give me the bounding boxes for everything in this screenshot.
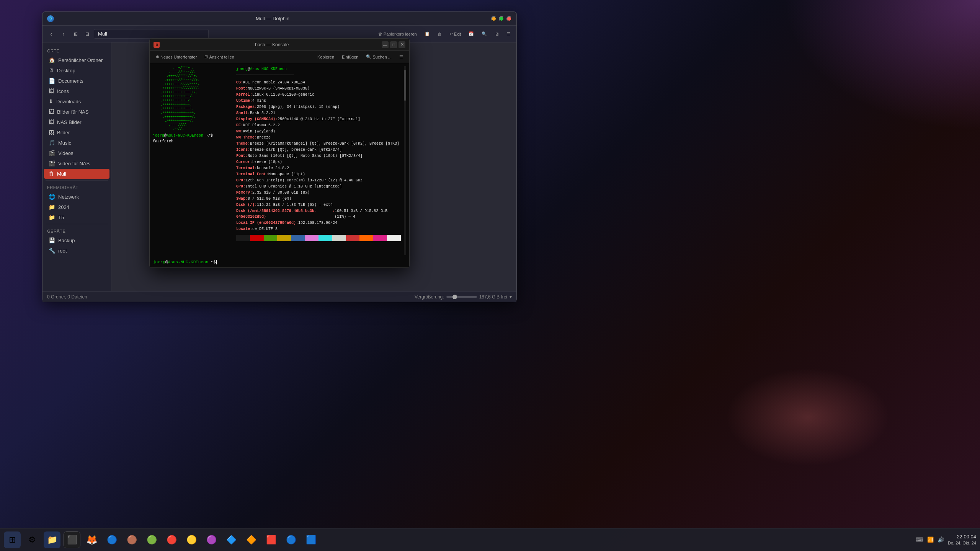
search-button[interactable]: 🔍 <box>479 30 490 38</box>
info-swap: Swap: 0 / 512.00 MiB (0%) <box>236 196 401 202</box>
copy-button-konsole[interactable]: Kopieren <box>314 54 337 60</box>
swatch-9 <box>359 235 373 241</box>
sidebar-item-t5[interactable]: 📁 T5 <box>44 212 109 222</box>
swatch-3 <box>277 235 291 241</box>
sidebar-item-downloads[interactable]: ⬇ Downloads <box>44 96 109 106</box>
taskbar-app-12[interactable]: 🟦 <box>302 531 319 548</box>
back-button[interactable]: ‹ <box>46 28 57 40</box>
maximize-button[interactable]: □ <box>499 16 504 21</box>
copy-button[interactable]: 📋 <box>421 30 433 38</box>
neofetch-logo-area: .--+/***+-. .----//****//. .++++//****//… <box>153 66 233 255</box>
swatch-4 <box>291 235 305 241</box>
terminal-prompt-2[interactable]: joerg@Asus-NUC-KDEneon ~$ <box>150 258 409 267</box>
terminal-separator: ──────────────────────────── <box>236 73 401 78</box>
konsole-close[interactable]: ✕ <box>399 41 405 48</box>
cursor-block <box>216 260 217 264</box>
swatch-8 <box>346 235 360 241</box>
dolphin-statusbar: 0 Ordner, 0 Dateien Vergrößerung: 187,6 … <box>42 291 516 302</box>
root-icon: 🔧 <box>49 248 55 254</box>
terminal-scrollbar[interactable] <box>404 66 406 255</box>
sidebar-item-desktop[interactable]: 🖥 Desktop <box>44 65 109 75</box>
system-tray-volume[interactable]: 🔊 <box>938 536 944 543</box>
exit-button[interactable]: ↩ Exit <box>446 30 464 38</box>
konsole-minimize[interactable]: — <box>382 41 389 48</box>
split-view-button[interactable]: ⊟ <box>82 30 92 38</box>
taskbar-app-3[interactable]: 🟤 <box>123 531 140 548</box>
terminal-content[interactable]: .--+/***+-. .----//****//. .++++//****//… <box>150 63 409 258</box>
konsole-body: .--+/***+-. .----//****//. .++++//****//… <box>150 63 409 258</box>
info-uptime: Uptime: 4 mins <box>236 98 401 104</box>
delete-button[interactable]: 🗑 <box>434 30 445 38</box>
system-tray-network[interactable]: 📶 <box>927 536 934 543</box>
taskbar: ⊞ ⚙ 📁 ⬛ 🦊 🔵 🟤 🟢 🔴 🟡 🟣 🔷 🔶 🟥 🔵 🟦 ⌨ 📶 🔊 22… <box>0 528 980 551</box>
sidebar-item-documents[interactable]: 📄 Documents <box>44 76 109 86</box>
sidebar-item-bilder-nas[interactable]: 🖼 Bilder für NAS <box>44 107 109 117</box>
paste-button[interactable]: Einfügen <box>339 54 361 60</box>
sidebar-item-netzwerk[interactable]: 🌐 Netzwerk <box>44 192 109 202</box>
taskbar-app-11[interactable]: 🔵 <box>283 531 299 548</box>
info-wm-theme: WM Theme: Breeze <box>236 135 401 140</box>
taskbar-right: ⌨ 📶 🔊 22:00:04 Do, 24. Okt. 24 <box>916 533 976 546</box>
taskbar-dolphin[interactable]: 📁 <box>44 531 60 548</box>
videos-icon: 🎬 <box>49 150 55 156</box>
info-packages: Packages: 2500 (dpkg), 34 (flatpak), 15 … <box>236 104 401 110</box>
info-icons: Icons: breeze-dark [Qt], breeze-dark [GT… <box>236 147 401 153</box>
sidebar-item-music[interactable]: 🎵 Music <box>44 138 109 148</box>
sidebar-item-bilder[interactable]: 🖼 Bilder <box>44 127 109 137</box>
konsole-toolbar: ⊕ Neues Unterfenster ⊞ Ansicht teilen Ko… <box>150 51 409 63</box>
minimize-button[interactable]: — <box>491 16 497 21</box>
zoom-dropdown-icon[interactable]: ▾ <box>510 294 512 300</box>
new-tab-button[interactable]: ⊕ Neues Unterfenster <box>153 53 200 60</box>
sidebar-item-icons[interactable]: 🖼 Icons <box>44 86 109 96</box>
menu-button[interactable]: ☰ <box>503 30 513 38</box>
sidebar-item-personal[interactable]: 🏠 Persönlicher Ordner <box>44 55 109 65</box>
dolphin-titlebar: 🐬 Müll — Dolphin — □ ✕ <box>42 12 516 26</box>
location-bar[interactable]: Müll <box>94 29 209 39</box>
downloads-icon: ⬇ <box>49 98 53 104</box>
nav-buttons: ‹ › <box>46 28 69 40</box>
taskbar-app-10[interactable]: 🟥 <box>263 531 279 548</box>
icon-view-button[interactable]: ⊞ <box>71 30 81 38</box>
taskbar-app-firefox[interactable]: 🦊 <box>83 531 100 548</box>
terminal-prompt-1: joerg@Asus-NUC-KDEneon ~/$ fastfetch <box>153 133 233 145</box>
taskbar-app-8[interactable]: 🔷 <box>223 531 240 548</box>
sidebar-item-mull[interactable]: 🗑 Müll <box>44 169 109 179</box>
zoom-slider[interactable] <box>446 296 477 298</box>
taskbar-app-7[interactable]: 🟣 <box>203 531 220 548</box>
prompt-symbol: ~$ <box>211 260 216 264</box>
sidebar-item-videos[interactable]: 🎬 Videos <box>44 148 109 158</box>
forward-button[interactable]: › <box>58 28 69 40</box>
titlebar-left: 🐬 <box>47 15 54 22</box>
info-memory: Memory: 2.32 GiB / 30.08 GiB (8%) <box>236 190 401 196</box>
info-shell: Shell: Bash 5.2.21 <box>236 110 401 116</box>
split-view-button[interactable]: ⊞ Ansicht teilen <box>201 53 237 60</box>
screen-button[interactable]: 🖥 <box>492 30 502 38</box>
search-button-konsole[interactable]: 🔍 Suchen ... <box>363 53 395 60</box>
system-tray-keyboard[interactable]: ⌨ <box>916 536 923 543</box>
taskbar-clock[interactable]: 22:00:04 Do, 24. Okt. 24 <box>948 533 976 546</box>
info-font: Font: Noto Sans (10pt) [Qt], Noto Sans (… <box>236 153 401 159</box>
taskbar-app-launcher[interactable]: ⊞ <box>4 531 21 548</box>
sidebar-item-root[interactable]: 🔧 root <box>44 246 109 256</box>
taskbar-system-settings[interactable]: ⚙ <box>24 531 41 548</box>
konsole-maximize[interactable]: □ <box>390 41 397 48</box>
sidebar-item-nas-bilder[interactable]: 🖼 NAS Bilder <box>44 117 109 127</box>
konsole-menu-button[interactable]: ☰ <box>396 53 406 60</box>
sidebar-item-2024[interactable]: 📁 2024 <box>44 202 109 212</box>
konsole-logo-icon: 🖥 <box>154 42 160 48</box>
info-disk-nas: Disk (/mnt/88914302-8279-46b8-bc3b-045e8… <box>236 208 401 220</box>
empty-trash-button[interactable]: 🗑 Papierkorb leeren <box>375 30 420 38</box>
calendar-button[interactable]: 📅 <box>466 30 477 38</box>
taskbar-app-9[interactable]: 🔶 <box>243 531 260 548</box>
info-gpu: GPU: Intel UHD Graphics @ 1.10 GHz [Inte… <box>236 184 401 189</box>
taskbar-app-4[interactable]: 🟢 <box>143 531 160 548</box>
taskbar-app-5[interactable]: 🔴 <box>163 531 180 548</box>
close-button[interactable]: ✕ <box>506 16 512 21</box>
taskbar-terminal[interactable]: ⬛ <box>64 531 80 548</box>
home-icon: 🏠 <box>49 57 55 63</box>
sidebar-item-backup[interactable]: 💾 Backup <box>44 235 109 245</box>
taskbar-app-chromium[interactable]: 🔵 <box>103 531 120 548</box>
sidebar-item-video-nas[interactable]: 🎬 Video für NAS <box>44 158 109 168</box>
video-nas-icon: 🎬 <box>49 160 55 166</box>
taskbar-app-6[interactable]: 🟡 <box>183 531 200 548</box>
